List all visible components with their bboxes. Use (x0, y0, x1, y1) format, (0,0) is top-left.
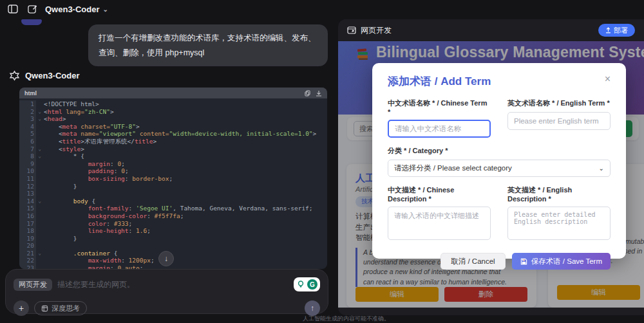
code-lines: 1<!DOCTYPE html>2⌄<html lang="zh-CN">3⌄<… (19, 98, 327, 269)
english-term-input[interactable] (507, 112, 611, 130)
category-select[interactable]: 请选择分类 / Please select category ⌄ (388, 160, 611, 177)
chinese-desc-textarea[interactable] (388, 207, 491, 240)
top-bar: Qwen3-Coder ⌄ (0, 0, 335, 18)
code-block: html 1<!DOCTYPE html>2⌄<html lang="zh-CN… (19, 88, 327, 269)
code-language-label: html (24, 90, 37, 97)
copy-code-icon[interactable] (305, 90, 310, 97)
new-chat-icon[interactable] (26, 3, 39, 15)
save-term-button[interactable]: 保存术语 / Save Term (512, 253, 611, 270)
add-attachment-button[interactable]: + (14, 300, 29, 316)
composer-placeholder: 描述您要生成的网页。 (57, 279, 135, 290)
scrolled-element-fragment (21, 19, 42, 25)
chinese-term-input[interactable] (388, 120, 491, 138)
preview-title: 网页开发 (361, 25, 392, 36)
extension-g-icon: G (307, 279, 317, 290)
chevron-down-icon: ⌄ (103, 6, 108, 13)
sidebar-toggle-icon[interactable] (6, 3, 19, 15)
upload-icon (605, 27, 611, 33)
scroll-to-bottom-button[interactable]: ↓ (158, 251, 174, 266)
composer[interactable]: 网页开发 描述您要生成的网页。 G + 深度思考 ↑ (5, 269, 328, 314)
save-floppy-icon (520, 258, 527, 265)
browser-extension-icons[interactable]: G (294, 277, 320, 291)
send-button[interactable]: ↑ (305, 300, 320, 316)
close-icon[interactable]: × (605, 74, 611, 84)
english-desc-label: 英文描述 * / English Description * (507, 185, 611, 203)
qwen-logo-icon (9, 70, 20, 81)
site-preview: Bilingual Glossary Management System 添加术… (338, 41, 644, 308)
extension-bulb-icon (296, 280, 305, 289)
chinese-term-label: 中文术语名称 * / Chinese Term * (388, 98, 491, 116)
browser-window-icon (347, 26, 356, 34)
chevron-down-icon: ⌄ (599, 165, 604, 172)
code-block-header: html (19, 88, 327, 98)
add-term-modal: 添加术语 / Add Term × 中文术语名称 * / Chinese Ter… (372, 63, 626, 259)
assistant-header: Qwen3-Coder (9, 70, 80, 81)
modal-title: 添加术语 / Add Term (388, 74, 491, 89)
deploy-button[interactable]: 部署 (598, 24, 635, 37)
download-code-icon[interactable] (316, 90, 322, 97)
assistant-name: Qwen3-Coder (25, 71, 80, 80)
chinese-desc-label: 中文描述 * / Chinese Description * (388, 185, 491, 203)
cancel-button[interactable]: 取消 / Cancel (440, 253, 505, 270)
composer-mode-tag[interactable]: 网页开发 (14, 279, 52, 291)
preview-panel: 网页开发 部署 Bilingual Glossary Management Sy… (338, 19, 644, 315)
model-selector[interactable]: Qwen3-Coder ⌄ (45, 5, 108, 14)
user-message: 打造一个有增删改查功能的术语库，支持术语的编辑、发布、查询、删除，使用 php+… (88, 24, 328, 66)
category-label: 分类 * / Category * (388, 146, 611, 156)
preview-header: 网页开发 部署 (338, 19, 644, 41)
deep-think-icon (41, 305, 48, 312)
model-name: Qwen3-Coder (45, 5, 100, 14)
deep-think-toggle[interactable]: 深度思考 (34, 301, 87, 315)
english-term-label: 英文术语名称 * / English Term * (507, 98, 611, 108)
english-desc-textarea[interactable] (507, 207, 611, 240)
